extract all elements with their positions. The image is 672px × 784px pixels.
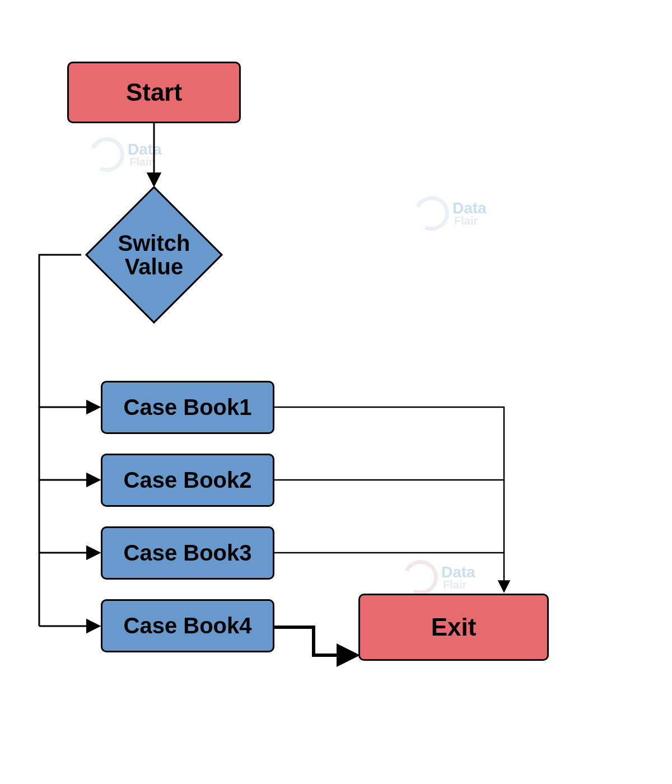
- decision-label-line1: Switch: [118, 231, 190, 255]
- case3-label: Case Book3: [124, 540, 252, 566]
- case1-label: Case Book1: [124, 395, 252, 420]
- decision-node: Switch Value: [78, 179, 230, 330]
- case2-label: Case Book2: [124, 468, 252, 493]
- case-node-4: Case Book4: [101, 599, 274, 652]
- watermark-logo: Data Flair: [90, 137, 162, 172]
- edge-case1-to-merge: [274, 407, 504, 591]
- start-node: Start: [67, 62, 241, 123]
- case-node-2: Case Book2: [101, 454, 274, 507]
- exit-label: Exit: [431, 613, 477, 641]
- watermark-brand-top: Data: [128, 142, 162, 156]
- exit-node: Exit: [358, 594, 549, 661]
- decision-label-line2: Value: [118, 255, 190, 278]
- edge-case4-to-exit: [274, 627, 356, 655]
- case4-label: Case Book4: [124, 613, 252, 638]
- watermark-brand-bottom: Flair: [454, 216, 487, 226]
- watermark-logo: Data Flair: [414, 196, 487, 231]
- start-label: Start: [126, 78, 182, 106]
- watermark-logo: Data Flair: [403, 560, 475, 595]
- watermark-brand-bottom: Flair: [129, 157, 162, 167]
- watermark-brand-top: Data: [452, 201, 487, 215]
- case-node-1: Case Book1: [101, 381, 274, 434]
- watermark-brand-bottom: Flair: [443, 580, 475, 590]
- watermark-brand-top: Data: [441, 565, 475, 579]
- edge-bus-vertical: [39, 255, 81, 626]
- case-node-3: Case Book3: [101, 526, 274, 580]
